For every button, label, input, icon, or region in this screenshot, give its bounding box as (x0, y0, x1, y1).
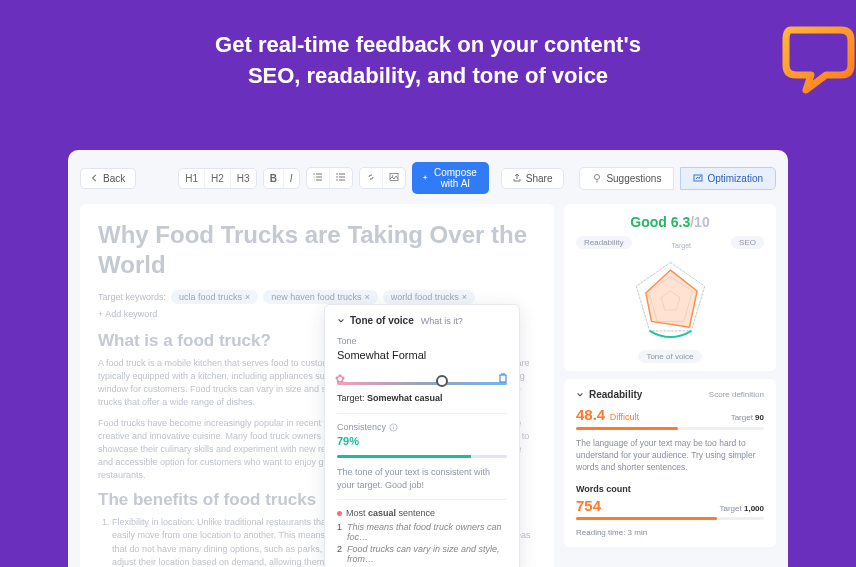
bold-button[interactable]: B (264, 169, 284, 188)
svg-point-0 (336, 173, 338, 175)
red-dot-icon (337, 511, 342, 516)
sidebar: Good 6.3/10 Readability Target SEO (564, 204, 776, 567)
keyword-chip[interactable]: world food trucks× (383, 290, 475, 304)
tone-target: Target: Somewhat casual (337, 393, 507, 403)
numbered-list-button[interactable] (307, 168, 330, 188)
image-icon (389, 172, 399, 182)
score-value: 6.3 (671, 214, 690, 230)
words-bar (576, 517, 764, 520)
compose-ai-button[interactable]: Compose with AI (412, 162, 489, 194)
consistency-desc: The tone of your text is consistent with… (337, 466, 507, 491)
optimization-tab[interactable]: Optimization (680, 167, 776, 190)
speech-bubble-icon (776, 20, 856, 100)
italic-button[interactable]: I (284, 169, 299, 188)
link-button[interactable] (360, 168, 383, 188)
keyword-chip[interactable]: ucla food trucks× (171, 290, 258, 304)
score-definition-link[interactable]: Score definition (709, 390, 764, 399)
chevron-down-icon[interactable] (576, 391, 584, 399)
image-button[interactable] (383, 168, 405, 188)
remove-icon[interactable]: × (245, 292, 250, 302)
sentence-example[interactable]: 2Food trucks can vary in size and style,… (337, 544, 507, 564)
tone-header: Tone of voice (350, 315, 414, 326)
insert-group (359, 167, 406, 189)
readability-score: 48.4 (576, 406, 605, 423)
target-keywords-label: Target keywords: (98, 292, 166, 302)
editor-panel[interactable]: Why Food Trucks are Taking Over the Worl… (80, 204, 554, 567)
bullet-list-icon (336, 172, 346, 182)
keyword-chip[interactable]: new haven food trucks× (263, 290, 377, 304)
most-casual-label: Most casual sentence (337, 508, 507, 518)
consistency-bar (337, 455, 507, 458)
hero-heading: Get real-time feedback on your content's… (0, 0, 856, 112)
chevron-left-icon (91, 174, 99, 182)
words-count-label: Words count (576, 484, 764, 494)
radar-chart (576, 253, 764, 348)
share-button[interactable]: Share (501, 168, 564, 189)
svg-point-5 (595, 175, 600, 180)
svg-rect-7 (500, 375, 506, 382)
link-icon (366, 172, 376, 182)
h3-button[interactable]: H3 (231, 169, 256, 188)
tone-of-voice-panel: Tone of voice What is it? Tone Somewhat … (324, 304, 520, 567)
bulb-icon (592, 173, 602, 183)
heading-group: H1 H2 H3 (178, 168, 256, 189)
seo-pill[interactable]: SEO (731, 236, 764, 249)
sparkle-icon (422, 173, 428, 183)
consistency-label: Consistency (337, 422, 386, 432)
tone-label: Tone (337, 336, 507, 346)
readability-header: Readability (589, 389, 642, 400)
svg-marker-13 (645, 270, 696, 327)
style-group: B I (263, 168, 300, 189)
readability-card: Readability Score definition 48.4 Diffic… (564, 379, 776, 547)
readability-pill[interactable]: Readability (576, 236, 632, 249)
share-icon (512, 173, 522, 183)
toolbar: Back H1 H2 H3 B I (80, 162, 776, 194)
score-outof: /10 (690, 214, 709, 230)
optimization-icon (693, 173, 703, 183)
chevron-down-icon[interactable] (337, 317, 345, 325)
h2-button[interactable]: H2 (205, 169, 231, 188)
consistency-value: 79% (337, 435, 507, 447)
svg-point-1 (336, 176, 338, 178)
svg-point-2 (336, 179, 338, 181)
words-count-value: 754 (576, 497, 601, 514)
formal-icon (497, 372, 509, 386)
readability-bar (576, 427, 764, 430)
tone-value: Somewhat Formal (337, 349, 507, 361)
readability-difficulty: Difficult (610, 412, 639, 422)
readability-desc: The language of your text may be too har… (576, 438, 764, 474)
add-keyword-button[interactable]: + Add keyword (98, 309, 157, 319)
tone-slider[interactable]: ✿ (337, 369, 507, 391)
sentence-example[interactable]: 1This means that food truck owners can f… (337, 522, 507, 542)
info-icon[interactable] (389, 423, 398, 432)
tone-pill[interactable]: Tone of voice (638, 350, 701, 363)
target-label: Target (672, 242, 691, 249)
remove-icon[interactable]: × (462, 292, 467, 302)
tone-slider-thumb[interactable] (436, 375, 448, 387)
list-group (306, 167, 353, 189)
score-card: Good 6.3/10 Readability Target SEO (564, 204, 776, 371)
app-window: Back H1 H2 H3 B I (68, 150, 788, 567)
bullet-list-button[interactable] (330, 168, 352, 188)
back-button[interactable]: Back (80, 168, 136, 189)
remove-icon[interactable]: × (364, 292, 369, 302)
what-is-it-link[interactable]: What is it? (421, 316, 463, 326)
numbered-list-icon (313, 172, 323, 182)
h1-button[interactable]: H1 (179, 169, 205, 188)
reading-time: Reading time: 3 min (576, 528, 764, 537)
document-title[interactable]: Why Food Trucks are Taking Over the Worl… (98, 220, 536, 280)
suggestions-tab[interactable]: Suggestions (579, 167, 674, 190)
score-label: Good (630, 214, 667, 230)
